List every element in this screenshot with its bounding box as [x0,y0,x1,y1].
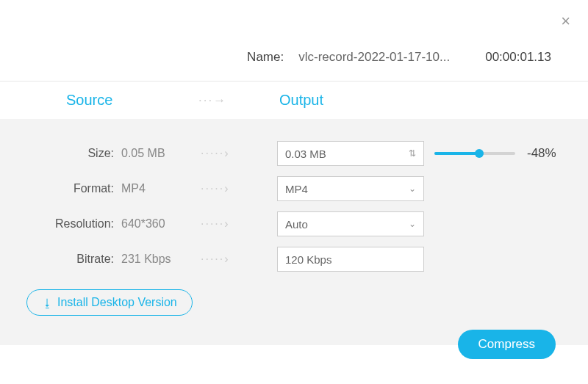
size-output-value: 0.03 MB [285,148,326,160]
arrow-icon: ·····› [201,147,277,160]
compress-button[interactable]: Compress [458,330,556,359]
arrow-icon: ···→ [198,93,279,108]
resolution-label: Resolution: [0,217,114,231]
arrow-icon: ·····› [201,253,277,266]
format-source: MP4 [114,182,201,195]
download-icon: ⭳ [42,297,53,309]
format-label: Format: [0,182,114,195]
settings-panel: Size: 0.05 MB ·····› 0.03 MB ⇅ -48% Form… [0,119,588,345]
arrow-icon: ·····› [201,217,277,231]
output-header: Output [279,92,323,109]
size-slider-group: -48% [424,146,556,161]
format-output-value: MP4 [285,183,308,195]
slider-fill [434,152,479,155]
format-row: Format: MP4 ·····› MP4 ⌄ [0,176,562,201]
bitrate-output-input[interactable]: 120 Kbps [277,247,424,272]
compress-label: Compress [478,337,535,351]
resolution-output-value: Auto [285,218,308,231]
size-output-stepper[interactable]: 0.03 MB ⇅ [277,141,424,166]
section-headers: Source ···→ Output [0,81,588,119]
size-source: 0.05 MB [114,147,201,160]
bitrate-label: Bitrate: [0,253,114,266]
stepper-icon: ⇅ [409,148,416,159]
install-desktop-button[interactable]: ⭳ Install Desktop Version [26,289,193,316]
file-name-row: Name: vlc-record-2022-01-17-10... 00:00:… [0,0,588,81]
name-label: Name: [247,50,284,65]
duration-value: 00:00:01.13 [467,50,551,65]
source-header: Source [66,92,198,109]
slider-thumb[interactable] [475,149,484,158]
size-slider[interactable] [434,152,515,155]
close-button[interactable]: × [561,13,570,29]
chevron-down-icon: ⌄ [409,184,416,194]
resolution-row: Resolution: 640*360 ·····› Auto ⌄ [0,211,562,236]
format-output-select[interactable]: MP4 ⌄ [277,176,424,201]
close-icon: × [561,12,570,30]
resolution-output-select[interactable]: Auto ⌄ [277,211,424,236]
bitrate-row: Bitrate: 231 Kbps ·····› 120 Kbps [0,247,562,272]
name-value: vlc-record-2022-01-17-10... [298,50,453,65]
size-percent: -48% [527,146,556,161]
size-row: Size: 0.05 MB ·····› 0.03 MB ⇅ -48% [0,141,562,166]
chevron-down-icon: ⌄ [409,219,416,229]
arrow-icon: ·····› [201,182,277,195]
size-label: Size: [0,147,114,160]
bitrate-source: 231 Kbps [114,253,201,266]
bitrate-output-value: 120 Kbps [285,253,331,266]
install-label: Install Desktop Version [57,296,177,309]
resolution-source: 640*360 [114,217,201,231]
